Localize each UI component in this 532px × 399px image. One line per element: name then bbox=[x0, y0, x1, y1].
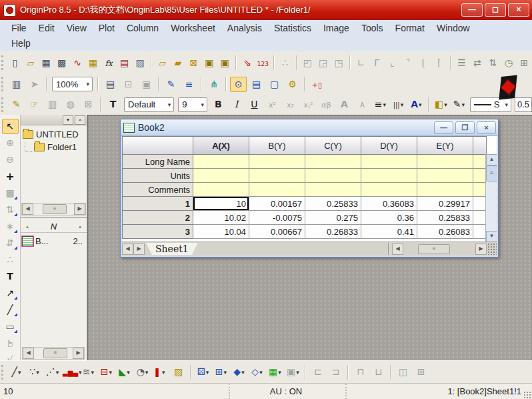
cell[interactable] bbox=[193, 183, 249, 197]
align-bottom-objects-button[interactable]: ⊔ bbox=[370, 364, 387, 380]
font-dropdown-arrow-icon[interactable]: ▾ bbox=[167, 101, 173, 108]
slide-show-button[interactable]: ▣ bbox=[138, 77, 155, 92]
cell[interactable]: 0.26083 bbox=[417, 225, 473, 239]
corner-cell[interactable] bbox=[123, 137, 193, 155]
cell[interactable] bbox=[305, 183, 361, 197]
superscript-button[interactable]: x² bbox=[264, 97, 281, 112]
size-dropdown-arrow-icon[interactable]: ▾ bbox=[199, 101, 205, 108]
menu-window[interactable]: Window bbox=[431, 21, 476, 35]
scroll-thumb[interactable]: ≡ bbox=[418, 244, 450, 254]
selection-region-tool[interactable]: ▩ bbox=[2, 185, 19, 201]
new-graph-button[interactable]: ∿ bbox=[70, 55, 84, 71]
worksheet-text-button[interactable]: T bbox=[105, 97, 121, 112]
cell[interactable]: 10.04 bbox=[193, 225, 249, 239]
vertical-text-button[interactable]: |||▾ bbox=[390, 97, 407, 112]
multi-curve-button[interactable]: ≋▾ bbox=[80, 364, 97, 380]
cell[interactable]: 10.02 bbox=[193, 211, 249, 225]
column-header-e[interactable]: E(Y) bbox=[417, 137, 473, 155]
save-template-button[interactable]: ▣ bbox=[218, 55, 232, 71]
menu-image[interactable]: Image bbox=[317, 21, 355, 35]
menu-tools[interactable]: Tools bbox=[355, 21, 389, 35]
decrease-font-button[interactable]: A bbox=[354, 97, 371, 112]
cell[interactable] bbox=[249, 183, 305, 197]
cell[interactable]: 0.25833 bbox=[417, 211, 473, 225]
save-button[interactable]: ▣ bbox=[202, 55, 216, 71]
menu-statistics[interactable]: Statistics bbox=[268, 21, 317, 35]
row-header[interactable]: 3 bbox=[123, 225, 193, 239]
image-plot-button[interactable]: ▣▾ bbox=[285, 364, 301, 380]
unmask-tool[interactable]: ⇵ bbox=[2, 236, 19, 251]
menu-worksheet[interactable]: Worksheet bbox=[165, 21, 221, 35]
tab-scroll-right-icon[interactable]: ▶ bbox=[133, 244, 145, 255]
zoom-dropdown-arrow-icon[interactable]: ▾ bbox=[85, 81, 91, 87]
duplicate-window-button[interactable]: ▥ bbox=[8, 77, 25, 92]
row-label[interactable]: Units bbox=[123, 169, 193, 183]
toolbar-drag-handle[interactable] bbox=[1, 77, 5, 91]
tree-item-folder1[interactable]: Folder1 bbox=[22, 141, 85, 153]
template-library-button[interactable]: ▨ bbox=[170, 364, 187, 380]
open-excel-button[interactable]: ▨ bbox=[133, 55, 147, 71]
scatter-plot-button[interactable]: ∵▾ bbox=[26, 364, 43, 380]
close-button[interactable]: × bbox=[508, 3, 529, 17]
refresh-button[interactable]: ➤ bbox=[26, 77, 43, 92]
menu-analysis[interactable]: Analysis bbox=[221, 21, 268, 35]
toolbar-drag-handle[interactable] bbox=[1, 97, 5, 112]
list-horizontal-scrollbar[interactable]: ◀ ≡ ▶ bbox=[22, 347, 85, 360]
cell[interactable] bbox=[417, 183, 473, 197]
font-size-combo[interactable]: 9 ▾ bbox=[178, 97, 207, 112]
axis-tick-in-button[interactable]: ⌊ bbox=[417, 55, 431, 71]
book2-close-button[interactable]: × bbox=[477, 121, 496, 134]
panel-layout-9-button[interactable]: ◳ bbox=[331, 55, 345, 71]
rectangle-tool[interactable]: ▭ bbox=[2, 319, 19, 334]
cell[interactable] bbox=[249, 155, 305, 169]
cell[interactable]: 0.25833 bbox=[305, 197, 361, 211]
scroll-left-icon[interactable]: ◀ bbox=[392, 244, 403, 255]
scroll-down-icon[interactable]: ▼ bbox=[486, 231, 497, 242]
cell[interactable] bbox=[193, 169, 249, 183]
resize-grip[interactable] bbox=[487, 243, 497, 255]
polar-chart-button[interactable]: ◔▾ bbox=[134, 364, 151, 380]
menu-file[interactable]: File bbox=[5, 21, 33, 35]
cell[interactable] bbox=[361, 183, 417, 197]
area-chart-button[interactable]: ◣▾ bbox=[116, 364, 133, 380]
new-matrix-button[interactable]: ▩ bbox=[55, 55, 69, 71]
3d-bars-button[interactable]: ⊞▾ bbox=[213, 364, 229, 380]
cell[interactable] bbox=[193, 155, 249, 169]
maximize-button[interactable]: ◻ bbox=[485, 3, 506, 17]
scroll-left-icon[interactable]: ◀ bbox=[23, 348, 34, 359]
script-window-button[interactable]: ▢ bbox=[266, 77, 283, 92]
zoom-in-tool[interactable]: ⊕ bbox=[2, 135, 19, 151]
new-function-button[interactable]: fx bbox=[101, 55, 115, 71]
vertical-scrollbar[interactable]: ▲ ≡ ▼ bbox=[485, 154, 497, 242]
arrow-tool[interactable]: ↗ bbox=[2, 286, 19, 301]
tab-scroll-left-icon[interactable]: ◀ bbox=[122, 244, 133, 255]
delete-button[interactable]: ⊠ bbox=[80, 97, 97, 112]
scroll-thumb[interactable]: ≡ bbox=[43, 204, 67, 214]
new-folder-button[interactable]: ▱ bbox=[23, 55, 37, 71]
cell[interactable]: 0.36 bbox=[361, 211, 417, 225]
file-list-item-book2[interactable]: B... 2.. bbox=[21, 233, 87, 249]
font-name-combo[interactable]: Default ▾ bbox=[124, 97, 174, 112]
scroll-right-icon[interactable]: ▶ bbox=[475, 244, 487, 255]
open-excel-file-button[interactable]: ⊠ bbox=[187, 55, 201, 71]
toolbar-drag-handle[interactable] bbox=[1, 55, 5, 70]
project-explorer-menu-icon[interactable]: ▾ bbox=[63, 115, 73, 125]
text-tool[interactable]: T bbox=[2, 269, 19, 284]
axis-tick-out-button[interactable]: ⌈ bbox=[432, 55, 446, 71]
format-painter-button[interactable]: ◍ bbox=[62, 97, 79, 112]
cell[interactable] bbox=[417, 169, 473, 183]
name-column-header[interactable]: N bbox=[33, 222, 75, 232]
new-project-button[interactable]: ▯ bbox=[8, 55, 22, 71]
stock-chart-button[interactable]: ▌▾ bbox=[152, 364, 169, 380]
sort-ascending-icon[interactable]: ▴ bbox=[75, 224, 85, 230]
sheet1-tab[interactable]: Sheet1 bbox=[146, 243, 198, 255]
book2-titlebar[interactable]: Book2 — ❐ × bbox=[121, 119, 498, 136]
draw-data-tool[interactable]: ∴ bbox=[2, 252, 19, 268]
menu-column[interactable]: Column bbox=[121, 21, 165, 35]
project-explorer-close-icon[interactable]: × bbox=[75, 115, 85, 125]
column-header-c[interactable]: C(Y) bbox=[305, 137, 361, 155]
axis-top-left-button[interactable]: Γ bbox=[369, 55, 383, 71]
align-right-objects-button[interactable]: ⊐ bbox=[327, 364, 344, 380]
axis-box-button[interactable]: ⌝ bbox=[401, 55, 415, 71]
copy-button[interactable]: ▥ bbox=[44, 97, 61, 112]
